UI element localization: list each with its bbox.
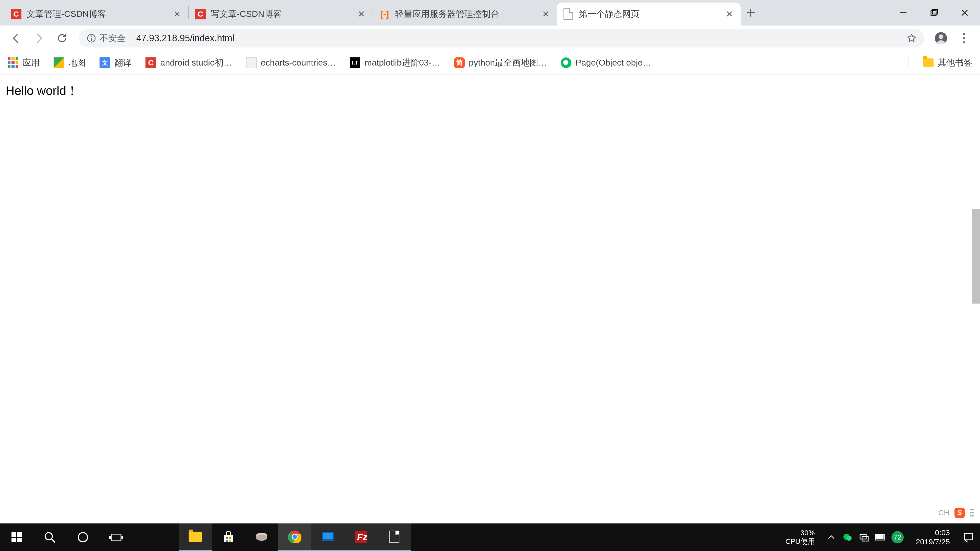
bookmark-item[interactable]: 简 python最全画地图… (454, 57, 547, 68)
bookmark-label: Page(Object obje… (576, 58, 651, 68)
bookmark-maps[interactable]: 地图 (54, 57, 86, 68)
tray-chevron-up-icon[interactable] (826, 532, 836, 542)
page-viewport: Hello world！ (0, 75, 980, 107)
taskbar-app-explorer[interactable] (179, 524, 212, 551)
search-button[interactable] (33, 524, 66, 551)
task-view-button[interactable] (100, 524, 133, 551)
svg-rect-27 (229, 537, 231, 539)
close-icon[interactable]: ✕ (356, 9, 366, 19)
bookmark-item[interactable]: Page(Object obje… (561, 57, 651, 68)
new-tab-button[interactable] (741, 3, 761, 22)
bookmark-item[interactable]: I.T matplotlib进阶03-… (350, 57, 440, 68)
wechat-tray-icon[interactable] (842, 532, 853, 542)
close-icon[interactable]: ✕ (724, 9, 735, 19)
site-info-icon[interactable] (86, 33, 97, 43)
taskbar-app-notepad[interactable] (378, 524, 411, 551)
bookmark-apps[interactable]: 应用 (8, 57, 40, 68)
csdn-icon: C (195, 9, 206, 19)
browser-tab[interactable]: [-] 轻量应用服务器管理控制台 ✕ (373, 3, 557, 25)
start-button[interactable] (0, 524, 33, 551)
jianshu-icon: 简 (454, 57, 465, 68)
document-icon (563, 9, 574, 19)
bookmark-translate[interactable]: 文 翻译 (100, 57, 132, 68)
browser-tab-active[interactable]: 第一个静态网页 ✕ (557, 3, 741, 25)
svg-text:Fz: Fz (357, 532, 367, 542)
svg-rect-25 (224, 535, 233, 542)
bookmark-item[interactable]: echarts-countries… (246, 57, 336, 68)
cpu-percent: 30% (785, 529, 815, 537)
tab-title: 第一个静态网页 (579, 8, 722, 20)
apps-icon (8, 57, 18, 68)
package-icon (246, 57, 257, 68)
svg-point-10 (970, 509, 972, 510)
bookmark-label: android studio初… (160, 57, 232, 68)
svg-point-6 (939, 35, 943, 39)
taskbar-app-store[interactable] (212, 524, 245, 551)
temperature-badge[interactable]: 72 (891, 531, 904, 543)
security-label: 不安全 (100, 32, 126, 44)
taskbar-app-snipaste[interactable] (245, 524, 278, 551)
system-tray: 72 (821, 531, 909, 543)
omnibox-separator (130, 33, 131, 43)
svg-rect-0 (931, 11, 936, 15)
sogou-icon: S (955, 508, 965, 518)
folder-icon (923, 57, 934, 68)
svg-point-7 (963, 33, 965, 35)
battery-icon[interactable] (875, 532, 885, 542)
browser-tab[interactable]: C 写文章-CSDN博客 ✕ (189, 3, 372, 25)
cpu-usage-widget[interactable]: 30% CPU使用 (779, 529, 821, 546)
close-icon[interactable]: ✕ (541, 9, 551, 19)
taskbar-app-filezilla[interactable]: Fz (345, 524, 378, 551)
svg-point-31 (256, 535, 267, 541)
taskbar-app-chrome[interactable] (278, 524, 311, 551)
svg-rect-26 (226, 537, 228, 539)
address-bar[interactable]: 不安全 47.93.218.95/index.html (79, 29, 924, 48)
back-button[interactable] (5, 27, 27, 50)
svg-rect-28 (226, 540, 228, 542)
bookmark-divider (908, 56, 909, 69)
bookmark-star-icon[interactable] (907, 33, 917, 43)
svg-point-21 (78, 533, 88, 542)
chrome-menu-button[interactable] (953, 27, 975, 50)
svg-point-9 (963, 41, 965, 43)
action-center-button[interactable] (957, 532, 980, 543)
bookmark-label: 地图 (68, 57, 86, 68)
bookmark-label: 其他书签 (938, 57, 972, 68)
windows-taskbar: Fz 30% CPU使用 72 0:03 2019/7/25 (0, 524, 980, 551)
reload-button[interactable] (51, 27, 73, 50)
svg-rect-4 (91, 38, 92, 41)
bookmark-other[interactable]: 其他书签 (923, 57, 972, 68)
network-icon[interactable] (859, 532, 869, 542)
close-icon[interactable]: ✕ (172, 9, 182, 19)
maximize-button[interactable] (919, 3, 950, 23)
browser-tab[interactable]: C 文章管理-CSDN博客 ✕ (5, 3, 188, 25)
taskbar-app-control-panel[interactable] (311, 524, 345, 551)
profile-button[interactable] (929, 27, 953, 50)
svg-point-3 (91, 36, 92, 37)
minimize-button[interactable] (888, 3, 919, 23)
cortana-button[interactable] (66, 524, 100, 551)
svg-rect-47 (964, 534, 973, 540)
url-text: 47.93.218.95/index.html (136, 33, 907, 44)
ime-indicator[interactable]: CH S (939, 508, 974, 518)
clock-time: 0:03 (916, 528, 950, 537)
svg-rect-24 (121, 536, 123, 539)
csdn-icon: C (11, 9, 21, 19)
bookmark-item[interactable]: C android studio初… (145, 57, 232, 68)
taskbar-clock[interactable]: 0:03 2019/7/25 (909, 528, 957, 546)
svg-point-15 (972, 515, 974, 516)
ime-drag-icon (970, 508, 974, 518)
window-controls (888, 3, 980, 23)
page-body-text: Hello world！ (6, 84, 78, 97)
svg-rect-1 (932, 10, 938, 14)
translate-icon: 文 (100, 57, 110, 68)
svg-point-11 (972, 509, 974, 510)
vertical-scrollbar[interactable] (972, 209, 980, 303)
csdn-icon: C (145, 57, 156, 68)
close-window-button[interactable] (950, 3, 980, 23)
svg-point-14 (970, 515, 972, 516)
forward-button[interactable] (27, 27, 51, 50)
bookmark-label: matplotlib进阶03-… (364, 57, 440, 68)
svg-rect-29 (229, 540, 231, 542)
browser-tab-strip: C 文章管理-CSDN博客 ✕ C 写文章-CSDN博客 ✕ [-] 轻量应用服… (0, 0, 980, 25)
